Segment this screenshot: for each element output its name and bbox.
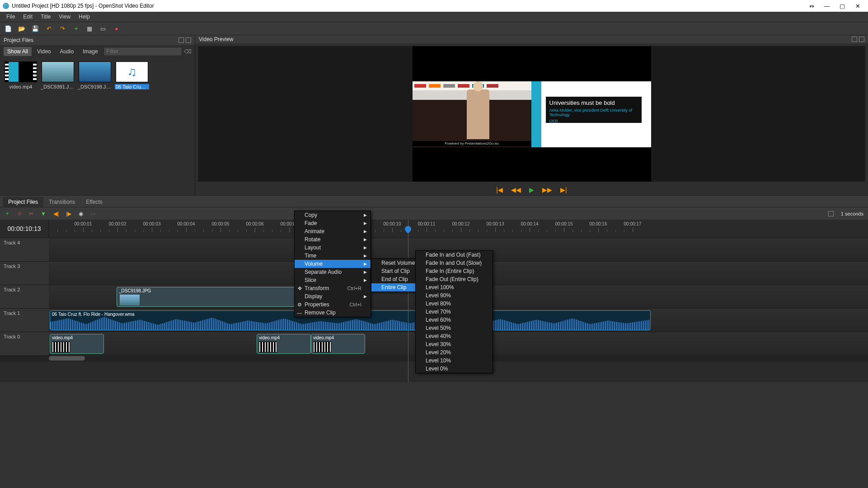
fullscreen-icon[interactable]: ▭ (99, 25, 107, 32)
restore-down-icon[interactable]: ⇔ (804, 3, 819, 9)
project-item[interactable]: _DSC9391.JPG (41, 61, 75, 89)
clear-filter-icon[interactable]: ⌫ (184, 48, 191, 55)
prev-marker-icon[interactable]: ◀| (53, 211, 59, 217)
menu-item[interactable]: Display▶ (295, 292, 371, 300)
play-icon[interactable]: ▶ (529, 186, 534, 193)
menu-item[interactable]: Level 80% (416, 300, 493, 308)
menu-item[interactable]: Rotate▶ (295, 235, 371, 244)
menu-item[interactable]: Copy▶ (295, 211, 371, 219)
menu-item[interactable]: Level 50% (416, 324, 493, 332)
marker-icon[interactable]: ▼ (41, 211, 46, 217)
menu-item[interactable]: Time▶ (295, 252, 371, 260)
clip-thumb-icon (120, 295, 140, 305)
menu-item[interactable]: Level 30% (416, 340, 493, 348)
razor-icon[interactable]: ✂ (29, 211, 33, 217)
menu-item[interactable]: Volume▶ (295, 260, 371, 268)
bottom-tabs: Project Files Transitions Effects (0, 195, 868, 207)
close-panel-icon[interactable] (186, 38, 191, 43)
new-project-icon[interactable]: 📄 (5, 25, 12, 32)
menu-item[interactable]: Level 0% (416, 365, 493, 373)
tab-transitions[interactable]: Transitions (43, 197, 80, 207)
track-label[interactable]: Track 3 (0, 262, 49, 285)
filter-tab-audio[interactable]: Audio (56, 47, 78, 56)
profile-icon[interactable]: ▦ (86, 25, 93, 32)
menu-help[interactable]: Help (75, 13, 94, 21)
close-preview-icon[interactable] (859, 37, 864, 42)
menu-item[interactable]: Remove Clip— (295, 309, 371, 317)
menu-item[interactable]: Fade In (Entire Clip) (416, 267, 493, 275)
close-button[interactable]: ✕ (850, 3, 865, 9)
ruler-label: 00:00:04 (178, 221, 195, 226)
ruler-label: 00:00:10 (384, 221, 401, 226)
menu-item[interactable]: Level 70% (416, 308, 493, 316)
redo-icon[interactable]: ↷ (59, 25, 66, 32)
center-playhead-icon[interactable]: ◉ (79, 211, 83, 217)
menu-item[interactable]: Animate▶ (295, 227, 371, 235)
clip-video[interactable]: video.mp4 (50, 334, 104, 354)
zoom-icon[interactable]: ▭ (90, 211, 95, 217)
add-track-icon[interactable]: ＋ (5, 210, 10, 217)
tab-project-files[interactable]: Project Files (3, 197, 43, 207)
project-item[interactable]: _DSC9198.JPG (78, 61, 112, 89)
menu-item[interactable]: Fade▶ (295, 219, 371, 227)
menu-item[interactable]: Level 60% (416, 316, 493, 324)
track-label[interactable]: Track 2 (0, 285, 49, 308)
seconds-label: 1 seconds (841, 211, 863, 216)
undo-icon[interactable]: ↶ (45, 25, 52, 32)
menu-item[interactable]: Fade In and Out (Fast) (416, 251, 493, 259)
menu-item[interactable]: Level 10% (416, 357, 493, 365)
time-ruler[interactable]: 00:00:0100:00:0200:00:0300:00:0400:00:05… (49, 220, 868, 238)
menu-item[interactable]: Level 20% (416, 348, 493, 357)
jump-start-icon[interactable]: |◀ (496, 186, 503, 193)
next-marker-icon[interactable]: |▶ (66, 211, 71, 217)
undock-panel-icon[interactable] (178, 38, 184, 43)
open-project-icon[interactable]: 📂 (18, 25, 25, 32)
project-item[interactable]: video.mp4 (4, 61, 38, 89)
filter-tab-showall[interactable]: Show All (4, 47, 32, 56)
menu-item[interactable]: Layout▶ (295, 244, 371, 252)
menu-title[interactable]: Title (37, 13, 54, 21)
playback-controls: |◀ ◀◀ ▶ ▶▶ ▶| (195, 184, 868, 195)
context-menu-clip: Copy▶Fade▶Animate▶Rotate▶Layout▶Time▶Vol… (294, 211, 371, 317)
menu-edit[interactable]: Edit (19, 13, 36, 21)
menu-item[interactable]: Fade In and Out (Slow) (416, 259, 493, 267)
menu-item[interactable]: Level 90% (416, 291, 493, 300)
minimize-button[interactable]: — (819, 3, 835, 9)
zoom-checkbox[interactable] (828, 211, 834, 216)
menu-item[interactable]: PropertiesCtrl+I⚙ (295, 300, 371, 309)
tab-effects[interactable]: Effects (80, 197, 108, 207)
filter-tab-video[interactable]: Video (33, 47, 54, 56)
import-files-icon[interactable]: ＋ (72, 25, 80, 32)
menu-item[interactable]: Level 40% (416, 332, 493, 340)
menu-file[interactable]: File (3, 13, 19, 21)
track-label[interactable]: Track 4 (0, 238, 49, 261)
snap-icon[interactable]: ⊃ (17, 211, 22, 217)
maximize-button[interactable]: ▢ (835, 3, 850, 9)
clip-video[interactable]: video.mp4 (257, 334, 311, 354)
project-item[interactable]: ♫ 06 Taio Cruz ft. ... (115, 61, 149, 89)
playhead[interactable] (408, 220, 408, 382)
menu-item[interactable]: Level 100% (416, 283, 493, 291)
export-icon[interactable]: ● (113, 25, 120, 32)
clip-video[interactable]: video.mp4 (311, 334, 365, 354)
undock-preview-icon[interactable] (852, 37, 857, 42)
menu-item[interactable]: Fade Out (Entire Clip) (416, 275, 493, 283)
title-bar: Untitled Project [HD 1080p 25 fps] - Ope… (0, 0, 868, 12)
preview-title: Video Preview (199, 36, 234, 42)
menu-item[interactable]: TransformCtrl+R✥ (295, 284, 371, 292)
clip-image[interactable]: _DSC9198.JPG (117, 287, 297, 307)
track-label[interactable]: Track 1 (0, 309, 49, 332)
ruler-label: 00:00:02 (109, 221, 127, 226)
fast-forward-icon[interactable]: ▶▶ (542, 186, 552, 193)
menu-item[interactable]: Separate Audio▶ (295, 268, 371, 276)
rewind-icon[interactable]: ◀◀ (511, 186, 521, 193)
save-project-icon[interactable]: 💾 (32, 25, 39, 32)
menu-item[interactable]: Slice▶ (295, 276, 371, 284)
project-thumbnails: video.mp4 _DSC9391.JPG _DSC9198.JPG ♫ 06… (0, 58, 195, 195)
filter-tab-image[interactable]: Image (79, 47, 101, 56)
menu-view[interactable]: View (55, 13, 74, 21)
track-label[interactable]: Track 0 (0, 332, 49, 355)
filter-input[interactable] (103, 47, 182, 56)
app-icon (3, 3, 9, 9)
jump-end-icon[interactable]: ▶| (560, 186, 567, 193)
